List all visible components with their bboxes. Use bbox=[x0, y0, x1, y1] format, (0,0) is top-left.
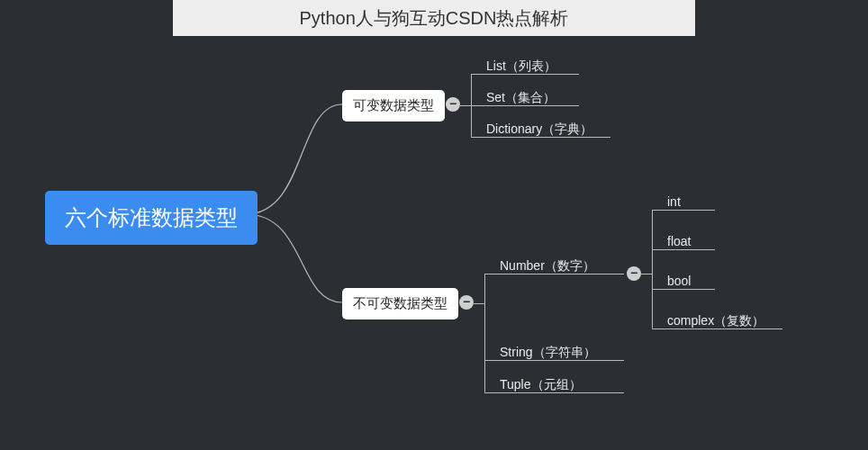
leaf-tuple[interactable]: Tuple（元组） bbox=[500, 377, 582, 393]
bracket bbox=[484, 274, 493, 274]
leaf-bool[interactable]: bool bbox=[667, 274, 691, 288]
collapse-icon[interactable]: − bbox=[627, 266, 641, 281]
leaf-int[interactable]: int bbox=[667, 194, 681, 209]
leaf-underline bbox=[661, 210, 715, 211]
branch-mutable[interactable]: 可变数据类型 bbox=[342, 90, 445, 122]
leaf-underline bbox=[661, 289, 715, 290]
leaf-complex[interactable]: complex（复数） bbox=[667, 313, 764, 329]
branch-immutable-label: 不可变数据类型 bbox=[353, 295, 448, 310]
leaf-underline bbox=[493, 392, 624, 393]
bracket bbox=[474, 303, 484, 304]
leaf-underline bbox=[493, 360, 624, 361]
bracket bbox=[652, 249, 661, 250]
leaf-underline bbox=[661, 249, 715, 250]
leaf-underline bbox=[480, 105, 579, 106]
root-node-label: 六个标准数据类型 bbox=[65, 205, 238, 230]
bracket bbox=[471, 74, 480, 75]
collapse-icon[interactable]: − bbox=[446, 97, 460, 112]
mindmap-canvas: 六个标准数据类型 可变数据类型 − List（列表） Set（集合） Dicti… bbox=[0, 0, 868, 450]
leaf-string[interactable]: String（字符串） bbox=[500, 345, 596, 361]
leaf-set[interactable]: Set（集合） bbox=[486, 90, 556, 106]
collapse-icon[interactable]: − bbox=[459, 295, 474, 310]
bracket bbox=[641, 274, 652, 274]
branch-immutable[interactable]: 不可变数据类型 bbox=[342, 288, 458, 320]
leaf-underline bbox=[480, 137, 610, 138]
bracket bbox=[471, 137, 480, 138]
leaf-list[interactable]: List（列表） bbox=[486, 58, 556, 75]
leaf-underline bbox=[493, 274, 624, 274]
leaf-underline bbox=[661, 328, 782, 329]
root-node[interactable]: 六个标准数据类型 bbox=[45, 191, 258, 245]
bracket bbox=[484, 360, 493, 361]
leaf-number[interactable]: Number（数字） bbox=[500, 258, 595, 274]
bracket bbox=[652, 210, 661, 211]
bracket bbox=[652, 289, 661, 290]
leaf-float[interactable]: float bbox=[667, 234, 691, 248]
bracket bbox=[460, 105, 471, 106]
bracket bbox=[652, 328, 661, 329]
branch-mutable-label: 可变数据类型 bbox=[353, 97, 434, 112]
bracket bbox=[652, 210, 653, 328]
bracket bbox=[484, 274, 485, 392]
bracket bbox=[471, 105, 480, 106]
bracket bbox=[484, 392, 493, 393]
leaf-underline bbox=[480, 74, 579, 75]
leaf-dictionary[interactable]: Dictionary（字典） bbox=[486, 122, 592, 138]
